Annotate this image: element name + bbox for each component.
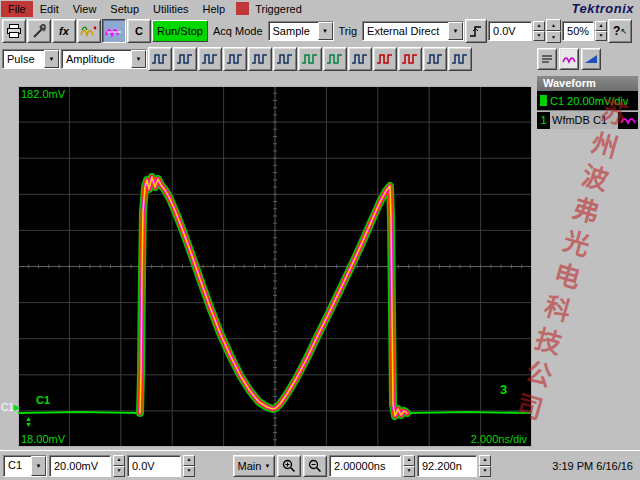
chevron-down-icon[interactable]: ▼ (44, 50, 59, 68)
menu-file[interactable]: File (1, 1, 33, 17)
spin-up-icon[interactable]: ▲ (479, 455, 491, 466)
channel-trace-label: C1 (36, 394, 50, 406)
spin-up-icon[interactable]: ▲ (183, 455, 195, 466)
printer-icon (6, 24, 22, 38)
trigger-level-field[interactable]: 0.0V (488, 21, 532, 41)
channel-readout-row[interactable]: C1 20.00mV/div (537, 91, 638, 110)
measurement-icon-11[interactable] (398, 47, 422, 71)
vertical-offset-spinner[interactable]: ▲▼ (183, 455, 195, 477)
c-label: C (135, 25, 143, 37)
watermark-fragment (236, 2, 249, 15)
spin-down-icon[interactable]: ▼ (595, 31, 607, 41)
measurement-icon-12[interactable] (423, 47, 447, 71)
vertical-scale-spinner[interactable]: ▲▼ (113, 455, 125, 477)
waveform-color-icon (80, 24, 98, 38)
math-fx-button[interactable]: fx (52, 19, 76, 43)
graticule[interactable]: 182.0mV 18.00mV 2.000ns/div C1 3 ▲▼ (18, 86, 532, 447)
zoom-in-button[interactable] (277, 455, 301, 477)
help-question-icon: ? (613, 24, 620, 38)
menu-help[interactable]: Help (196, 1, 233, 17)
trig-label: Trig (335, 25, 362, 37)
trigger-source-select[interactable]: External Direct ▼ (362, 21, 464, 41)
spin-up-icon[interactable]: ▲ (113, 455, 125, 466)
vertical-scale-field[interactable]: 20.00mV (49, 455, 111, 477)
trigger-level-spinner[interactable]: ▲▼ (533, 21, 545, 41)
spin-down-icon[interactable]: ▼ (183, 466, 195, 477)
measurement-icon-10[interactable] (373, 47, 397, 71)
vertical-max-readout: 182.0mV (21, 88, 65, 100)
measurement-icon-8[interactable] (323, 47, 347, 71)
wfmdb-label: WfmDB C1 (550, 114, 618, 126)
horizontal-main-label: Main (238, 460, 262, 472)
measurement-icon-7[interactable] (298, 47, 322, 71)
menu-bar: File Edit View Setup Utilities Help Trig… (0, 0, 640, 17)
magnifier-minus-icon (308, 459, 322, 473)
chevron-down-icon[interactable]: ▼ (318, 22, 333, 40)
spin-down-icon[interactable]: ▼ (479, 466, 491, 477)
oscilloscope-app: File Edit View Setup Utilities Help Trig… (0, 0, 640, 480)
measurement-icon-3[interactable] (198, 47, 222, 71)
timebase-spinner[interactable]: ▲▼ (403, 455, 415, 477)
marker-button[interactable] (581, 48, 601, 70)
acq-mode-select[interactable]: Sample ▼ (268, 21, 334, 41)
measure-category-select[interactable]: Pulse ▼ (2, 49, 60, 69)
display-zoom-field[interactable]: 50% (562, 21, 594, 41)
measurement-icon-4[interactable] (223, 47, 247, 71)
trigger-slope-button[interactable] (465, 19, 487, 43)
menu-utilities[interactable]: Utilities (146, 1, 195, 17)
chevron-down-icon[interactable]: ▼ (131, 50, 146, 68)
main-toolbar: fx C Run/Stop Acq Mode Sample ▼ Trig Ext… (0, 17, 640, 45)
measurement-icon-6[interactable] (273, 47, 297, 71)
readout-list-button[interactable] (537, 48, 557, 70)
hammer-wrench-icon (31, 24, 47, 38)
acq-mode-value: Sample (269, 22, 318, 40)
fx-label: fx (59, 25, 69, 37)
spin-down-icon[interactable]: ▼ (113, 466, 125, 477)
spin-up-icon[interactable]: ▲ (533, 21, 545, 31)
chevron-down-icon[interactable]: ▼ (448, 22, 463, 40)
waveform-readout-button[interactable] (559, 48, 579, 70)
aux-down-button[interactable]: ▼ (546, 31, 561, 43)
timebase-field[interactable]: 2.00000ns (329, 455, 401, 477)
channel-color-swatch (540, 95, 547, 106)
waveform-trace (18, 86, 532, 447)
print-button[interactable] (2, 19, 26, 43)
measure-type-select[interactable]: Amplitude ▼ (61, 49, 147, 69)
measurement-icon-9[interactable] (348, 47, 372, 71)
spin-down-icon[interactable]: ▼ (403, 466, 415, 477)
vertical-offset-field[interactable]: 0.0V (127, 455, 181, 477)
offset-marker-icon[interactable]: ▲▼ (25, 416, 32, 428)
chevron-down-icon[interactable]: ▼ (31, 456, 46, 476)
spin-down-icon[interactable]: ▼ (533, 31, 545, 41)
setup-tools-button[interactable] (27, 19, 51, 43)
menu-edit[interactable]: Edit (33, 1, 66, 17)
wfmdb-readout-row[interactable]: 1 WfmDB C1 (537, 110, 638, 129)
cursor-c-button[interactable]: C (127, 19, 151, 43)
measurement-icon-2[interactable] (173, 47, 197, 71)
measurement-icon-1[interactable] (148, 47, 172, 71)
display-zoom-spinner[interactable]: ▲▼ (595, 21, 607, 41)
help-arrow-icon: ↖ (620, 27, 627, 36)
aux-up-button[interactable]: ▲ (546, 19, 561, 31)
context-help-button[interactable]: ?↖ (608, 19, 632, 43)
spin-up-icon[interactable]: ▲ (595, 21, 607, 31)
waveform-database-button[interactable] (102, 19, 126, 43)
menu-setup[interactable]: Setup (103, 1, 146, 17)
delay-spinner[interactable]: ▲▼ (479, 455, 491, 477)
channel-marker-label: C1 (1, 402, 14, 413)
delay-field[interactable]: 92.200n (417, 455, 477, 477)
channel-marker[interactable]: C1 ▶ (1, 402, 18, 413)
tektronix-logo: Tektronix (571, 1, 634, 16)
measurement-icon-5[interactable] (248, 47, 272, 71)
measurement-icon-13[interactable] (448, 47, 472, 71)
waveform-display-button[interactable] (77, 19, 101, 43)
run-stop-button[interactable]: Run/Stop (152, 20, 208, 42)
channel-select[interactable]: C1 ▼ (3, 455, 47, 477)
wfmdb-icon (105, 24, 123, 38)
vertical-min-readout: 18.00mV (21, 433, 65, 445)
zoom-out-button[interactable] (303, 455, 327, 477)
waveform-panel: Waveform C1 20.00mV/div 1 WfmDB C1 (537, 76, 638, 450)
menu-view[interactable]: View (66, 1, 104, 17)
spin-up-icon[interactable]: ▲ (403, 455, 415, 466)
horizontal-main-button[interactable]: Main ▼ (233, 455, 275, 477)
